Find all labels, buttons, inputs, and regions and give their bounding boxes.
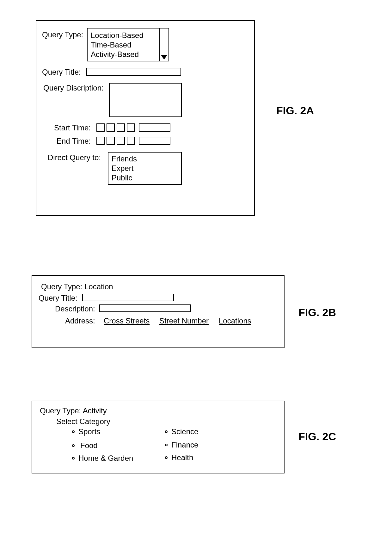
query-type-label-text-2c: Query Type: bbox=[40, 406, 81, 415]
end-time-box-3[interactable] bbox=[117, 137, 125, 145]
dropdown-divider bbox=[159, 28, 160, 61]
query-description-textarea[interactable] bbox=[109, 83, 182, 117]
label-direct-query-to: Direct Query to: bbox=[48, 153, 101, 162]
figure-caption-2b: FIG. 2B bbox=[298, 306, 336, 319]
category-item[interactable]: Finance bbox=[171, 441, 198, 449]
bullet-icon bbox=[72, 457, 75, 460]
description-input-2b[interactable] bbox=[99, 304, 191, 312]
bullet-icon bbox=[165, 456, 168, 459]
category-item[interactable]: Sports bbox=[78, 427, 100, 436]
panel-fig-2a: Query Type: Location-Based Time-Based Ac… bbox=[36, 20, 255, 216]
figure-caption-2a: FIG. 2A bbox=[276, 104, 314, 117]
panel-fig-2b: Query Type: Location Query Title: Descri… bbox=[32, 275, 285, 348]
bullet-icon bbox=[72, 444, 75, 447]
address-link-cross-streets[interactable]: Cross Streets bbox=[104, 316, 150, 325]
bullet-icon bbox=[72, 430, 75, 433]
query-title-input-2b[interactable] bbox=[82, 294, 174, 301]
end-time-box-5[interactable] bbox=[139, 137, 170, 145]
label-description-2b: Description: bbox=[55, 304, 95, 313]
direct-query-listbox[interactable]: Friends Expert Public bbox=[108, 152, 182, 185]
category-item[interactable]: Science bbox=[171, 427, 198, 436]
chevron-down-icon bbox=[161, 55, 167, 59]
start-time-box-1[interactable] bbox=[96, 123, 105, 132]
direct-option[interactable]: Expert bbox=[112, 164, 133, 173]
label-query-description: Query Discription: bbox=[43, 84, 104, 92]
panel-fig-2c: Query Type: Activity Select Category Spo… bbox=[32, 401, 285, 473]
category-item[interactable]: Food bbox=[80, 441, 98, 450]
query-type-label-text: Query Type: bbox=[41, 282, 82, 291]
category-item[interactable]: Home & Garden bbox=[78, 454, 133, 463]
query-title-input[interactable] bbox=[86, 68, 181, 76]
figure-caption-2c: FIG. 2C bbox=[298, 430, 336, 443]
address-link-street-number[interactable]: Street Number bbox=[159, 316, 209, 325]
end-time-box-1[interactable] bbox=[96, 137, 105, 145]
label-query-type-2c: Query Type: Activity bbox=[40, 406, 107, 415]
query-type-option[interactable]: Activity-Based bbox=[91, 50, 139, 59]
label-query-title-2b: Query Title: bbox=[39, 294, 77, 303]
bullet-icon bbox=[165, 430, 168, 433]
label-address: Address: bbox=[65, 316, 95, 325]
direct-option[interactable]: Public bbox=[112, 173, 132, 182]
query-type-option[interactable]: Time-Based bbox=[91, 41, 131, 49]
category-item[interactable]: Health bbox=[171, 453, 193, 462]
label-query-title: Query Title: bbox=[42, 68, 81, 77]
start-time-box-4[interactable] bbox=[127, 123, 135, 132]
label-query-type: Query Type: bbox=[42, 30, 83, 39]
query-type-value: Location bbox=[84, 282, 113, 291]
label-end-time: End Time: bbox=[57, 137, 91, 146]
start-time-box-5[interactable] bbox=[139, 123, 170, 132]
end-time-box-2[interactable] bbox=[107, 137, 115, 145]
address-link-locations[interactable]: Locations bbox=[219, 316, 251, 325]
start-time-box-3[interactable] bbox=[117, 123, 125, 132]
label-start-time: Start Time: bbox=[54, 123, 91, 132]
bullet-icon bbox=[165, 444, 168, 446]
start-time-box-2[interactable] bbox=[107, 123, 115, 132]
query-type-value-2c: Activity bbox=[83, 406, 107, 415]
direct-option[interactable]: Friends bbox=[112, 154, 137, 163]
query-type-dropdown[interactable]: Location-Based Time-Based Activity-Based bbox=[87, 28, 169, 61]
end-time-box-4[interactable] bbox=[127, 137, 135, 145]
label-select-category: Select Category bbox=[56, 417, 110, 426]
label-query-type-2b: Query Type: Location bbox=[41, 282, 113, 291]
query-type-option[interactable]: Location-Based bbox=[91, 31, 144, 40]
